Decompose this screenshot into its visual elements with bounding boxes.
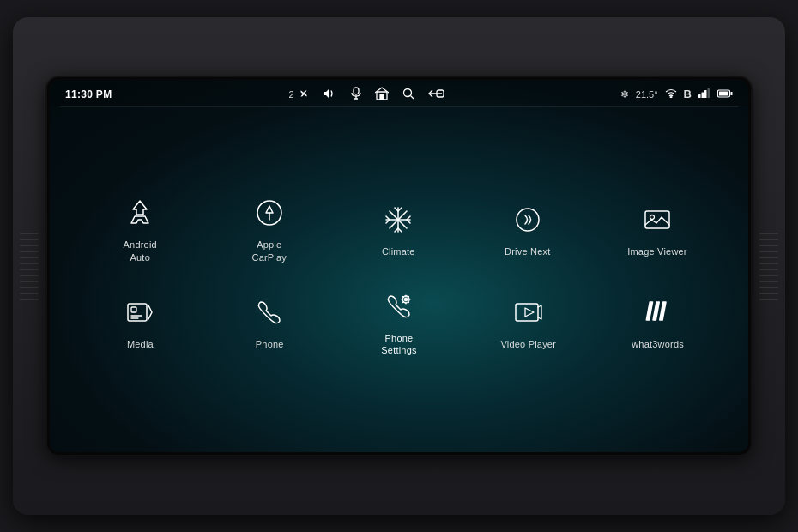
- svg-rect-1: [354, 88, 359, 94]
- android-auto-button[interactable]: AndroidAuto: [97, 185, 183, 272]
- svg-marker-50: [525, 308, 534, 317]
- car-surround: 11:30 PM 2: [13, 17, 785, 515]
- svg-rect-33: [645, 211, 669, 228]
- svg-rect-10: [698, 94, 701, 98]
- drive-next-button[interactable]: Drive Next: [485, 192, 571, 266]
- fan-status: 2: [289, 88, 310, 101]
- vent-left: [20, 137, 39, 395]
- apple-carplay-icon: [251, 194, 288, 232]
- svg-text:///: ///: [646, 298, 667, 324]
- video-player-button[interactable]: Video Player: [486, 285, 571, 359]
- svg-rect-12: [704, 90, 707, 98]
- fan-icon: [298, 88, 310, 101]
- apple-carplay-button[interactable]: AppleCarPlay: [227, 185, 312, 272]
- search-icon[interactable]: [402, 88, 414, 101]
- video-player-icon: [510, 293, 547, 331]
- android-auto-icon: [121, 194, 159, 232]
- what3words-icon: ///: [639, 293, 677, 331]
- svg-point-40: [404, 299, 407, 301]
- svg-rect-49: [516, 304, 538, 321]
- temperature-display: 21.5°: [636, 89, 658, 100]
- what3words-button[interactable]: /// what3words: [615, 285, 701, 359]
- app-grid: AndroidAuto AppleCarPlay: [50, 107, 748, 452]
- app-row-2: Media Phone: [76, 279, 722, 366]
- phone-icon: [251, 293, 288, 331]
- climate-icon: [379, 201, 417, 239]
- app-row-1: AndroidAuto AppleCarPlay: [76, 185, 722, 272]
- phone-settings-label: PhoneSettings: [381, 332, 416, 357]
- svg-rect-16: [719, 91, 728, 95]
- mic-icon: [351, 87, 361, 101]
- fan-speed-value: 2: [289, 89, 294, 100]
- back-icon[interactable]: [428, 88, 444, 100]
- media-label: Media: [127, 338, 154, 350]
- svg-point-34: [650, 215, 654, 219]
- video-player-label: Video Player: [500, 338, 556, 350]
- battery-icon: [717, 89, 733, 100]
- vent-right: [759, 137, 778, 395]
- screen: 11:30 PM 2: [50, 80, 748, 452]
- time-display: 11:30 PM: [65, 88, 112, 100]
- what3words-label: what3words: [632, 338, 684, 350]
- svg-point-9: [670, 97, 672, 98]
- phone-button[interactable]: Phone: [227, 285, 312, 359]
- image-viewer-icon: [638, 201, 676, 239]
- image-viewer-label: Image Viewer: [627, 245, 686, 257]
- apple-carplay-label: AppleCarPlay: [251, 239, 287, 263]
- android-auto-label: AndroidAuto: [124, 239, 157, 263]
- signal-icon: [698, 88, 710, 100]
- wifi-icon: [665, 88, 677, 100]
- status-right: ❄ 21.5° B: [620, 88, 733, 100]
- home-icon[interactable]: [375, 87, 389, 101]
- snowflake-icon: ❄: [620, 88, 629, 100]
- bluetooth-icon: B: [684, 88, 692, 100]
- status-bar: 11:30 PM 2: [50, 80, 748, 106]
- climate-label: Climate: [382, 245, 415, 257]
- svg-rect-15: [731, 92, 733, 95]
- svg-rect-36: [131, 307, 136, 312]
- drive-next-icon: [509, 201, 547, 239]
- media-icon: [121, 293, 159, 331]
- svg-rect-13: [708, 88, 710, 98]
- phone-settings-icon: [380, 287, 418, 325]
- svg-line-7: [410, 95, 414, 99]
- climate-button[interactable]: Climate: [355, 192, 441, 266]
- volume-icon: [323, 88, 337, 101]
- svg-rect-5: [380, 94, 384, 100]
- screen-bezel: 11:30 PM 2: [47, 77, 751, 455]
- media-button[interactable]: Media: [97, 285, 183, 359]
- svg-point-6: [403, 88, 411, 96]
- status-center-icons: 2: [112, 87, 620, 101]
- svg-rect-11: [702, 93, 704, 99]
- svg-point-0: [303, 93, 305, 94]
- drive-next-label: Drive Next: [505, 245, 550, 257]
- svg-marker-18: [266, 206, 273, 213]
- phone-settings-button[interactable]: PhoneSettings: [356, 279, 442, 366]
- image-viewer-button[interactable]: Image Viewer: [614, 192, 700, 266]
- phone-label: Phone: [256, 338, 284, 350]
